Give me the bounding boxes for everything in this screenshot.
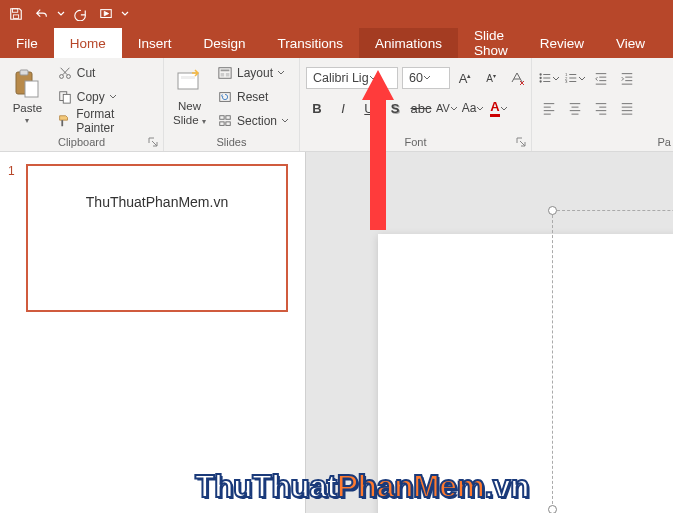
decrease-font-button[interactable]: A▾ bbox=[480, 67, 502, 89]
ribbon-tabstrip: File Home Insert Design Transitions Anim… bbox=[0, 28, 673, 58]
bold-button[interactable]: B bbox=[306, 97, 328, 119]
svg-rect-18 bbox=[220, 122, 224, 126]
svg-rect-4 bbox=[20, 70, 28, 75]
group-label-paragraph: Pa bbox=[532, 133, 673, 151]
workspace: 1 ThuThuatPhanMem.vn bbox=[0, 152, 673, 513]
group-slides: New Slide ▾ Layout Reset Section bbox=[164, 58, 300, 151]
svg-rect-1 bbox=[13, 15, 18, 19]
align-right-button[interactable] bbox=[590, 97, 612, 119]
section-button[interactable]: Section bbox=[213, 110, 293, 132]
tab-transitions[interactable]: Transitions bbox=[262, 28, 360, 58]
chevron-down-icon bbox=[423, 71, 431, 85]
watermark-text: ThuThuatPhanMem.vn bbox=[195, 468, 529, 505]
qat-customize-dropdown[interactable] bbox=[120, 10, 130, 18]
tab-insert[interactable]: Insert bbox=[122, 28, 188, 58]
paste-button[interactable]: Paste ▾ bbox=[6, 62, 49, 130]
reset-button[interactable]: Reset bbox=[213, 86, 293, 108]
tab-help[interactable]: Help bbox=[661, 28, 673, 58]
new-slide-icon bbox=[173, 66, 205, 98]
new-slide-button[interactable]: New Slide ▾ bbox=[170, 62, 209, 130]
tab-slideshow[interactable]: Slide Show bbox=[458, 28, 524, 58]
tab-review[interactable]: Review bbox=[524, 28, 600, 58]
start-from-beginning-button[interactable] bbox=[94, 2, 118, 26]
scissors-icon bbox=[57, 65, 73, 81]
format-painter-label: Format Painter bbox=[76, 107, 153, 135]
font-size-combo[interactable]: 60 bbox=[402, 67, 450, 89]
redo-button[interactable] bbox=[68, 2, 92, 26]
dialog-launcher-icon[interactable] bbox=[515, 137, 527, 149]
character-spacing-button[interactable]: AV bbox=[436, 97, 458, 119]
slide-thumbnail[interactable]: 1 ThuThuatPhanMem.vn bbox=[8, 164, 297, 312]
tab-file[interactable]: File bbox=[0, 28, 54, 58]
svg-point-7 bbox=[66, 75, 70, 79]
paste-label: Paste bbox=[13, 102, 42, 114]
copy-button[interactable]: Copy bbox=[53, 86, 157, 108]
layout-label: Layout bbox=[237, 66, 273, 80]
resize-handle[interactable] bbox=[548, 505, 557, 513]
section-icon bbox=[217, 113, 233, 129]
increase-font-button[interactable]: A▴ bbox=[454, 67, 476, 89]
group-label-slides: Slides bbox=[164, 133, 299, 151]
quick-access-toolbar bbox=[0, 0, 673, 28]
chevron-down-icon: ▾ bbox=[25, 116, 29, 125]
dialog-launcher-icon[interactable] bbox=[147, 137, 159, 149]
decrease-indent-button[interactable] bbox=[590, 67, 612, 89]
justify-button[interactable] bbox=[616, 97, 638, 119]
undo-dropdown[interactable] bbox=[56, 10, 66, 18]
increase-indent-button[interactable] bbox=[616, 67, 638, 89]
tab-view[interactable]: View bbox=[600, 28, 661, 58]
slide-preview[interactable]: ThuThuatPhanMem.vn bbox=[26, 164, 288, 312]
group-paragraph: 123 Pa bbox=[532, 58, 673, 151]
clear-formatting-button[interactable] bbox=[506, 67, 528, 89]
paste-icon bbox=[11, 68, 43, 100]
thumbnail-pane[interactable]: 1 ThuThuatPhanMem.vn bbox=[0, 152, 306, 513]
svg-rect-14 bbox=[221, 73, 225, 77]
svg-rect-9 bbox=[63, 94, 70, 103]
group-clipboard: Paste ▾ Cut Copy Format Painter bbox=[0, 58, 164, 151]
svg-rect-17 bbox=[220, 116, 224, 120]
undo-button[interactable] bbox=[30, 2, 54, 26]
chevron-down-icon bbox=[277, 66, 285, 80]
format-painter-button[interactable]: Format Painter bbox=[53, 110, 157, 132]
reset-icon bbox=[217, 89, 233, 105]
new-slide-label-1: New bbox=[178, 100, 201, 112]
resize-handle[interactable] bbox=[548, 206, 557, 215]
align-left-button[interactable] bbox=[538, 97, 560, 119]
svg-point-6 bbox=[59, 75, 63, 79]
align-center-button[interactable] bbox=[564, 97, 586, 119]
chevron-down-icon bbox=[476, 101, 484, 116]
svg-rect-11 bbox=[181, 76, 195, 79]
strikethrough-button[interactable]: abc bbox=[410, 97, 432, 119]
svg-point-22 bbox=[539, 77, 541, 79]
chevron-down-icon bbox=[500, 101, 508, 116]
chevron-down-icon bbox=[450, 101, 458, 116]
group-label-clipboard: Clipboard bbox=[0, 133, 163, 151]
tab-animations[interactable]: Animations bbox=[359, 28, 458, 58]
change-case-button[interactable]: Aa bbox=[462, 97, 484, 119]
font-size-value: 60 bbox=[409, 71, 423, 85]
copy-label: Copy bbox=[77, 90, 105, 104]
numbering-button[interactable]: 123 bbox=[564, 67, 586, 89]
cut-button[interactable]: Cut bbox=[53, 62, 157, 84]
svg-point-21 bbox=[539, 73, 541, 75]
font-color-button[interactable]: A bbox=[488, 97, 510, 119]
save-button[interactable] bbox=[4, 2, 28, 26]
svg-text:3: 3 bbox=[565, 79, 568, 84]
group-label-font: Font bbox=[300, 133, 531, 151]
section-label: Section bbox=[237, 114, 277, 128]
svg-rect-13 bbox=[221, 70, 230, 72]
copy-icon bbox=[57, 89, 73, 105]
layout-button[interactable]: Layout bbox=[213, 62, 293, 84]
layout-icon bbox=[217, 65, 233, 81]
tab-home[interactable]: Home bbox=[54, 28, 122, 58]
group-font: Calibri Lig 60 A▴ A▾ B I U S abc AV Aa bbox=[300, 58, 532, 151]
svg-rect-19 bbox=[226, 116, 230, 120]
svg-rect-5 bbox=[25, 81, 38, 97]
selection-box[interactable] bbox=[552, 210, 673, 513]
tab-design[interactable]: Design bbox=[188, 28, 262, 58]
bullets-button[interactable] bbox=[538, 67, 560, 89]
chevron-down-icon bbox=[109, 90, 117, 104]
paintbrush-icon bbox=[57, 113, 72, 129]
chevron-down-icon bbox=[281, 114, 289, 128]
chevron-down-icon bbox=[578, 71, 586, 86]
